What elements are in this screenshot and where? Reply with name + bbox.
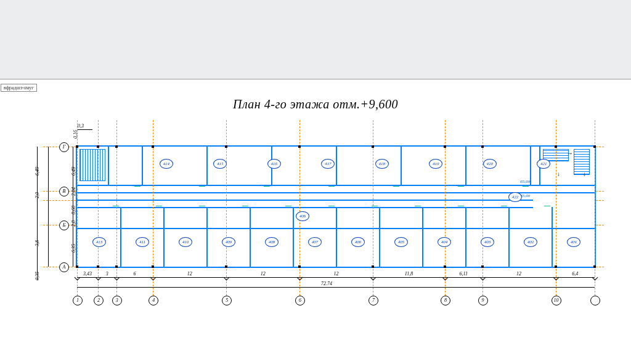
wall [108,147,109,185]
column-marker [593,145,596,148]
column-marker [593,265,596,268]
stairs-left [80,150,105,180]
column-marker [76,145,78,148]
room-bubble: 416 [267,159,281,169]
column-marker [372,265,374,268]
wall [530,147,531,185]
column-marker [444,265,446,268]
column-marker [97,145,99,148]
dim-value: 6,35 [71,244,76,253]
dim-value: 6,11 [454,271,473,277]
room-bubble: 402 [524,237,537,247]
dim-value: 2,0 [35,192,40,198]
arrow-icon: ↓ [557,171,560,177]
corridor-dimension: 65,99 [505,179,530,184]
dim-value: 2,8 [71,220,76,227]
column-marker [225,145,227,148]
room-bubble: 420 [483,159,497,169]
room-bubble: 418 [375,159,389,169]
dim-line [77,129,92,130]
door-marker [285,206,291,206]
axis-bubble-number: 7 [368,296,378,305]
column-marker [225,265,227,268]
dim-value: 6 [125,271,144,277]
wall [293,207,294,267]
dim-value: 12 [254,271,272,277]
axis-bubble-number: 5 [222,296,232,305]
room-bubble: 407 [308,237,322,247]
dim-value: 6,49 [35,167,40,176]
wall [465,147,466,185]
door-marker [458,186,464,187]
door-marker [199,206,205,206]
wall [250,207,251,267]
stairs-right [574,150,589,174]
dim-line [37,147,38,267]
wall [336,147,337,185]
door-marker [393,186,399,187]
wall [206,147,208,185]
wall [336,207,337,267]
room-bubble: 414 [160,159,173,169]
axis-bubble-number: 10 [552,296,561,305]
column-marker [372,145,374,148]
drawing-title: План 4-го этажа отм.+9,600 [0,97,631,111]
column-marker [555,265,557,268]
room-bubble: 409 [222,237,235,247]
wall [142,147,143,185]
axis-bubble-letter: Г [59,142,69,152]
dim-value: 3,43 [78,271,97,277]
room-bubble: 413 [92,237,106,247]
wall [77,207,533,208]
column-marker [298,265,301,268]
dim-value: 0,3 [78,123,84,129]
door-marker [156,206,162,206]
column-marker [152,265,154,268]
door-marker [415,206,421,206]
axis-bubble-letter: В [59,187,69,196]
axis-line-h [43,267,604,267]
dim-line [77,277,595,278]
wall [163,207,165,267]
wall [120,207,121,267]
dim-value: 12 [510,271,528,277]
wall [422,207,423,267]
axis-bubble-number: 4 [149,296,158,305]
room-bubble: 405 [394,237,408,247]
room-bubble: 408 [265,237,279,247]
room-bubble: 403 [481,237,494,247]
dim-total: 72.74 [308,281,345,286]
axis-bubble-number: 8 [441,296,450,305]
room-bubble: 401 [567,237,580,247]
column-marker [444,145,446,148]
dim-value: 12 [181,271,199,277]
room-bubble: 422 [508,192,522,202]
dim-value: 2,04 [71,187,76,196]
column-marker [481,145,484,148]
arrow-icon: ↓ [583,171,586,177]
door-marker [199,186,205,187]
door-marker [501,206,507,206]
dim-value: 11,8 [400,271,418,277]
column-marker [152,145,154,148]
door-marker [544,206,550,206]
axis-bubble-number: 9 [478,296,488,305]
door-marker [264,186,270,187]
room-bubble: 406 [351,237,365,247]
door-marker [458,206,464,206]
layer-tab[interactable]: вфрадшз-омуг [1,84,37,92]
column-marker [115,145,118,148]
door-marker [242,206,248,206]
axis-bubble-letter: А [59,262,69,272]
dim-value: 0,35 [35,272,40,280]
dim-value: 12 [327,271,346,277]
dim-value: 3 [98,271,116,277]
dim-value: 6,49 [71,167,76,176]
dim-value: 6,4 [566,271,584,277]
column-marker [115,265,118,268]
axis-bubble-number: 1 [73,296,83,305]
room-bubble: 410 [179,237,192,247]
dim-line [77,287,595,288]
door-marker [328,186,335,187]
wall [508,207,510,267]
